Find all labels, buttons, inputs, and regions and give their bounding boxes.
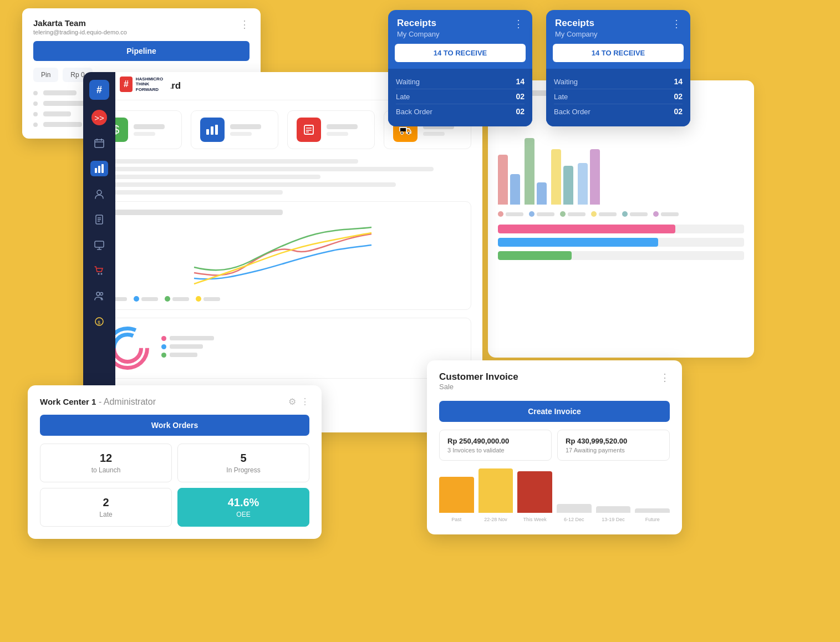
jakarta-title: Jakarta Team [33, 18, 127, 28]
pin-box: Pin [33, 68, 58, 82]
receive-button-2[interactable]: 14 TO RECEIVE [553, 44, 684, 62]
receipts-row-backorder-2: Back Order 02 [554, 104, 683, 119]
inv-bar-group-thisweek: This Week [517, 471, 552, 522]
line-chart-box [94, 201, 471, 310]
receive-button-1[interactable]: 14 TO RECEIVE [395, 44, 526, 62]
kpi-widget-invoice [287, 110, 375, 149]
work-orders-button[interactable]: Work Orders [40, 415, 309, 436]
inv-bar-chart: Past 22-28 Nov This Week 6-12 Dec 13-19 … [439, 470, 670, 522]
bar [551, 149, 561, 205]
donut-section [94, 318, 471, 379]
receipts-row-waiting-2: Waiting 14 [554, 74, 683, 89]
wc-late-num: 2 [46, 496, 166, 509]
inv-title: Customer Invoice [439, 371, 518, 383]
erp-body: $ [83, 100, 482, 389]
inv-amounts-row: Rp 250,490,000.00 3 Invoices to validate… [439, 430, 670, 461]
legend-item [196, 296, 220, 302]
inv-bar-label: This Week [523, 517, 547, 522]
kpi-invoice-icon [297, 118, 321, 142]
wc-late-label: Late [46, 511, 166, 518]
inv-bar [596, 506, 631, 513]
sidebar-nav-coin[interactable]: $ [90, 314, 108, 329]
erp-content-lines [94, 159, 471, 195]
sidebar-nav-people[interactable] [90, 288, 108, 304]
wc-dots-icon[interactable]: ⋮ [301, 396, 309, 407]
inv-bar-group-past: Past [439, 477, 474, 522]
sidebar-nav-calendar[interactable] [90, 135, 108, 151]
line-chart-legend [103, 296, 463, 302]
kpi-lines-3 [327, 124, 365, 136]
inv-bar-label: 13-19 Dec [602, 517, 625, 522]
legend-item [165, 296, 189, 302]
hashmicro-logo-bar: # HASHMICRO THINK FORWARD [115, 72, 171, 96]
receipts-dots-2[interactable]: ⋮ [671, 18, 681, 30]
inv-subtitle: Sale [439, 383, 518, 391]
legend-item [622, 211, 648, 217]
wc-inprogress-label: In Progress [184, 466, 303, 474]
bar [578, 163, 588, 205]
sidebar-logo: # [89, 80, 109, 100]
receipts-card-2: Receipts My Company ⋮ 14 TO RECEIVE Wait… [546, 10, 690, 126]
bar [563, 166, 573, 205]
legend-item [560, 211, 586, 217]
svg-rect-24 [304, 125, 313, 134]
svg-point-17 [96, 292, 100, 295]
inv-dots-icon[interactable]: ⋮ [660, 371, 670, 384]
receipts-row-late-2: Late 02 [554, 89, 683, 104]
sidebar-nav-chart[interactable] [90, 161, 108, 176]
wc-gear-icon[interactable]: ⚙ [288, 396, 296, 407]
sidebar-nav-monitor[interactable] [90, 237, 108, 253]
receipts-title-1: Receipts [397, 18, 440, 29]
customer-invoice-card: Customer Invoice Sale ⋮ Create Invoice R… [427, 360, 682, 534]
svg-rect-22 [211, 126, 213, 135]
kpi-widget-chart [191, 110, 278, 149]
bar [498, 155, 508, 205]
wc-cell-oee: 41.6% OEE [177, 488, 309, 527]
kpi-chart-icon [200, 118, 225, 142]
inv-bar [439, 477, 474, 513]
h-bar-track [498, 238, 744, 247]
inv-bar [635, 508, 670, 513]
sidebar-nav-user[interactable] [90, 186, 108, 202]
wc-subtitle: - Administrator [99, 397, 156, 406]
create-invoice-button[interactable]: Create Invoice [439, 401, 670, 422]
sidebar-nav-doc[interactable] [90, 212, 108, 227]
jakarta-menu-dots[interactable]: ⋮ [240, 18, 250, 30]
h-bar-track [498, 225, 744, 233]
svg-rect-0 [95, 140, 104, 147]
svg-point-18 [100, 293, 103, 295]
inv-amount-num-2: Rp 430,999,520.00 [566, 437, 661, 445]
inv-bar-label: Future [645, 517, 660, 522]
inv-bar-group-nov: 22-28 Nov [478, 468, 513, 522]
svg-rect-23 [215, 125, 218, 135]
inv-amount-validate: Rp 250,490,000.00 3 Invoices to validate [439, 430, 552, 461]
svg-point-15 [98, 273, 100, 275]
inv-bar [517, 471, 552, 513]
chart-row-1 [94, 201, 471, 310]
inv-bar-label: 22-28 Nov [484, 517, 507, 522]
horizontal-bar-section [498, 225, 744, 260]
donut-chart-box [94, 318, 471, 379]
hashmicro-logo-icon: # [120, 77, 133, 92]
wc-cell-launch: 12 to Launch [40, 444, 172, 482]
kpi-lines-2 [230, 124, 269, 136]
inv-bar [557, 504, 592, 513]
sidebar-nav-forward[interactable]: >> [91, 110, 107, 125]
wc-launch-num: 12 [46, 452, 166, 465]
hashmicro-text: HASHMICRO THINK FORWARD [136, 77, 166, 93]
inv-bar-group-1319: 13-19 Dec [596, 506, 631, 522]
inv-amount-num-1: Rp 250,490,000.00 [447, 437, 543, 445]
bar-group [498, 155, 520, 205]
receipts-title-2: Receipts [555, 18, 598, 29]
sidebar-nav-cart[interactable] [90, 263, 108, 278]
jakarta-email: telering@trading-id.equio-demo.co [33, 29, 127, 35]
inv-bar-label: 6-12 Dec [564, 517, 584, 522]
pipeline-button[interactable]: Pipeline [33, 41, 250, 61]
receipts-dots-1[interactable]: ⋮ [513, 18, 523, 30]
bar [525, 138, 534, 205]
kpi-lines-1 [134, 124, 172, 136]
line-chart-svg [103, 223, 463, 289]
svg-rect-5 [98, 166, 100, 173]
receipts-body-2: Waiting 14 Late 02 Back Order 02 [546, 69, 690, 126]
wc-oee-num: 41.6% [184, 496, 303, 509]
